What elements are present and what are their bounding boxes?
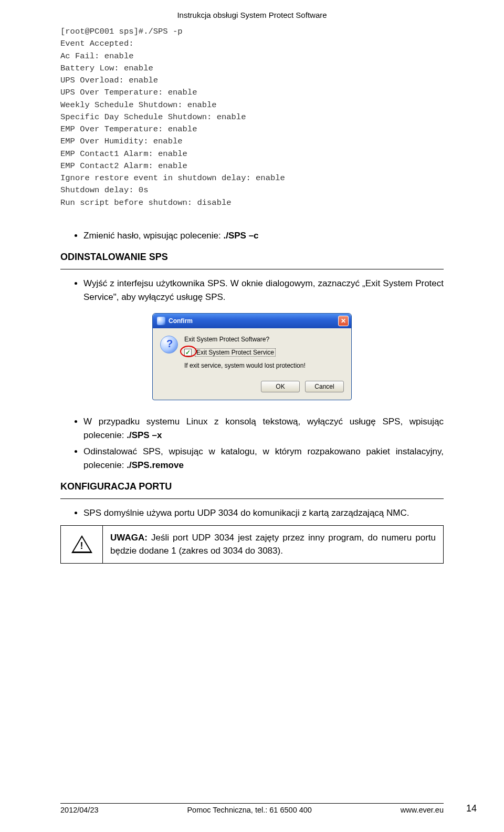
warning-icon-cell: !: [61, 526, 103, 563]
footer-support: Pomoc Techniczna, tel.: 61 6500 400: [187, 806, 312, 814]
term-line: EMP Over Humidity: enable: [60, 136, 444, 148]
list-item-text: Zmienić hasło, wpisując polecenie:: [83, 231, 223, 241]
section-rule: [60, 498, 444, 499]
confirm-dialog-screenshot: Confirm ✕ Exit System Protect Software? …: [60, 313, 444, 400]
term-line: Battery Low: enable: [60, 63, 444, 75]
bullet-list-4: SPS domyślnie używa portu UDP 3034 do ko…: [60, 506, 444, 520]
term-line: Ignore restore event in shutdown delay: …: [60, 172, 444, 184]
list-item-text: Wyjść z interfejsu użytkownika SPS. W ok…: [83, 278, 444, 302]
terminal-output: [root@PC001 sps]#./SPS -p Event Accepted…: [60, 26, 444, 209]
warning-label: UWAGA:: [110, 533, 148, 543]
dialog-titlebar: Confirm ✕: [153, 314, 351, 328]
command-text: ./SPS –x: [127, 430, 162, 440]
term-line: Weekly Schedule Shutdown: enable: [60, 99, 444, 111]
command-text: ./SPS –c: [223, 231, 258, 241]
list-item: W przypadku systemu Linux z konsolą teks…: [83, 415, 444, 442]
cancel-button[interactable]: Cancel: [305, 381, 344, 392]
warning-text: UWAGA: Jeśli port UDP 3034 jest zajęty p…: [103, 526, 443, 563]
term-line: Run script before shutdown: disable: [60, 197, 444, 209]
list-item: Zmienić hasło, wpisując polecenie: ./SPS…: [83, 229, 444, 243]
term-line: UPS Over Temperature: enable: [60, 87, 444, 99]
checkbox-label[interactable]: Exit System Protect Service: [195, 348, 276, 357]
bullet-list-1: Zmienić hasło, wpisując polecenie: ./SPS…: [60, 229, 444, 243]
page-footer: 2012/04/23 Pomoc Techniczna, tel.: 61 65…: [60, 803, 444, 814]
footer-url: www.ever.eu: [401, 806, 444, 814]
list-item: SPS domyślnie używa portu UDP 3034 do ko…: [83, 506, 444, 520]
checkbox[interactable]: ✓: [184, 349, 192, 356]
term-line: UPS Overload: enable: [60, 75, 444, 87]
bullet-list-3: W przypadku systemu Linux z konsolą teks…: [60, 415, 444, 472]
warning-box: ! UWAGA: Jeśli port UDP 3034 jest zajęty…: [60, 525, 444, 564]
ok-button[interactable]: OK: [261, 381, 300, 392]
confirm-dialog: Confirm ✕ Exit System Protect Software? …: [152, 313, 352, 400]
dialog-title: Confirm: [169, 317, 193, 325]
list-item: Odinstalować SPS, wpisując w katalogu, w…: [83, 445, 444, 472]
warning-icon: !: [71, 535, 92, 553]
term-line: EMP Contact1 Alarm: enable: [60, 148, 444, 160]
term-line: EMP Over Temperature: enable: [60, 123, 444, 136]
dialog-message-2: If exit service, system would lost prote…: [184, 362, 344, 369]
question-icon: [160, 336, 178, 353]
warning-body: Jeśli port UDP 3034 jest zajęty przez in…: [110, 533, 436, 556]
section-rule: [60, 269, 444, 269]
term-line: EMP Contact2 Alarm: enable: [60, 160, 444, 172]
list-item-text: SPS domyślnie używa portu UDP 3034 do ko…: [83, 508, 409, 518]
section-uninstall-heading: ODINSTALOWANIE SPS: [60, 252, 444, 263]
list-item: Wyjść z interfejsu użytkownika SPS. W ok…: [83, 277, 444, 304]
page-number: 14: [466, 803, 477, 814]
close-icon[interactable]: ✕: [338, 316, 349, 326]
term-line: Ac Fail: enable: [60, 50, 444, 63]
section-port-heading: KONFIGURACJA PORTU: [60, 481, 444, 492]
info-icon: [157, 317, 165, 325]
term-line: Specific Day Schedule Shutdown: enable: [60, 111, 444, 123]
term-line: Event Accepted:: [60, 38, 444, 50]
page-header: Instrukcja obsługi System Protect Softwa…: [60, 11, 444, 19]
term-line: Shutdown delay: 0s: [60, 184, 444, 196]
bullet-list-2: Wyjść z interfejsu użytkownika SPS. W ok…: [60, 277, 444, 304]
dialog-message-1: Exit System Protect Software?: [184, 336, 344, 343]
footer-date: 2012/04/23: [60, 806, 99, 814]
command-text: ./SPS.remove: [127, 460, 184, 470]
term-line: [root@PC001 sps]#./SPS -p: [60, 26, 444, 38]
